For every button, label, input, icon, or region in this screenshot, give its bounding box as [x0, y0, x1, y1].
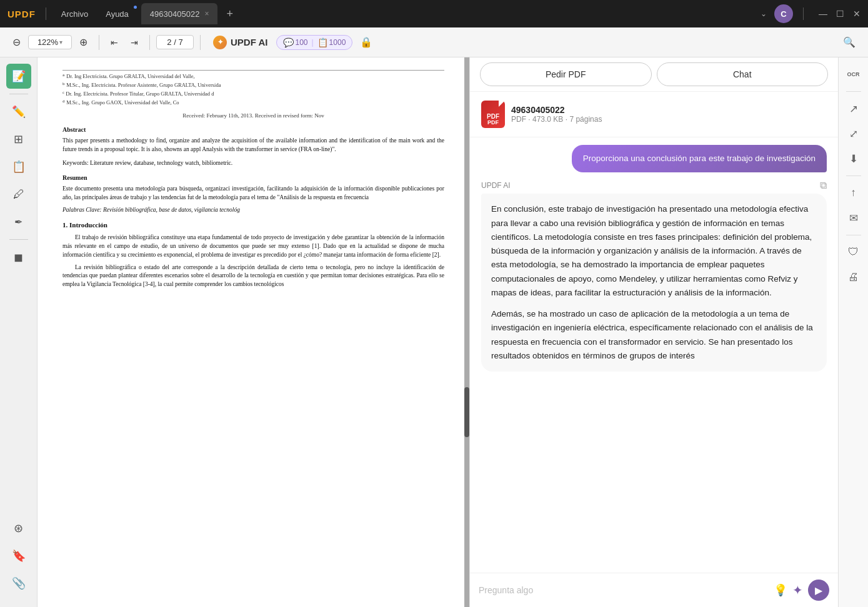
- tab-title: 49630405022: [150, 9, 200, 19]
- tab-document[interactable]: 49630405022 ×: [141, 3, 218, 24]
- pdf-palabras: Palabras Clave: Revisión bibliográfica, …: [62, 206, 444, 214]
- toolbar-separator-3: [200, 35, 201, 50]
- fit-width-button[interactable]: ⇤: [106, 34, 123, 51]
- token-pipe: |: [311, 38, 313, 47]
- tab-dropdown-btn[interactable]: ⌄: [761, 9, 767, 18]
- footnote-3: ᶜ Dr. Ing. Electricista. Profesor Titula…: [62, 91, 444, 98]
- pdf-received: Received: February 11th, 2013. Received …: [62, 112, 444, 120]
- pdf-scrollbar-thumb[interactable]: [464, 387, 469, 437]
- file-info-text: 49630405022 PDF · 473.0 KB · 7 páginas: [511, 105, 602, 124]
- ai-copy-button[interactable]: ⧉: [820, 180, 827, 191]
- pdf-content: ᵃ Dr. Ing Electricista. Grupo GRALTA, Un…: [37, 57, 469, 607]
- ai-input-area: 💡 ✦ ▶: [470, 573, 838, 607]
- file-type-label: PDF: [487, 113, 499, 120]
- email-icon: ✉: [849, 212, 858, 225]
- ai-message-block: UPDF AI ⧉ En conclusión, este trabajo de…: [481, 180, 827, 372]
- sidebar-icon-redact[interactable]: ◼: [6, 245, 31, 270]
- pdf-keywords: Keywords: Literature review, database, t…: [62, 159, 444, 167]
- minimize-button[interactable]: —: [819, 9, 827, 19]
- footnote-1: ᵃ Dr. Ing Electricista. Grupo GRALTA, Un…: [62, 73, 444, 81]
- pdf-intro-p2: La revisión bibliográfica o estado del a…: [62, 264, 444, 289]
- send-icon: ▶: [815, 585, 822, 596]
- pdf-page: ᵃ Dr. Ing Electricista. Grupo GRALTA, Un…: [37, 57, 469, 607]
- pdf-scrollbar[interactable]: [464, 57, 469, 607]
- rs-print-button[interactable]: 🖨: [843, 267, 864, 288]
- token-value-1: 100: [295, 38, 307, 47]
- sidebar-icon-layers[interactable]: ⊛: [6, 516, 31, 541]
- ai-tab-bar: Pedir PDF Chat: [470, 57, 838, 92]
- rs-email-button[interactable]: ✉: [843, 207, 864, 229]
- ai-lightbulb-button[interactable]: 💡: [774, 583, 787, 597]
- chat-tab[interactable]: Chat: [657, 62, 829, 86]
- menu-ayuda[interactable]: Ayuda: [101, 7, 134, 21]
- pdf-footnotes: ᵃ Dr. Ing Electricista. Grupo GRALTA, Un…: [62, 70, 444, 107]
- pdf-abstract-body: This paper presents a methodology to fin…: [62, 137, 444, 154]
- updf-ai-icon: ✦: [213, 36, 227, 49]
- ai-label-row: UPDF AI ⧉: [481, 180, 827, 191]
- close-button[interactable]: ✕: [853, 9, 861, 19]
- form-icon: 📋: [12, 160, 26, 174]
- ai-send-button[interactable]: ▶: [808, 580, 829, 601]
- lock-button[interactable]: 🔒: [355, 32, 377, 52]
- ai-chat-input[interactable]: [479, 581, 769, 599]
- rs-share-button[interactable]: ↑: [843, 182, 864, 204]
- file-pdf-icon: PDF: [481, 101, 505, 128]
- pdf-resumen-title: Resumen: [62, 174, 444, 182]
- sidebar-icon-sign[interactable]: ✒: [6, 209, 31, 234]
- sidebar-icon-stamp[interactable]: 🖊: [6, 182, 31, 207]
- sidebar-icon-annotate[interactable]: ✏️: [6, 99, 31, 124]
- maximize-button[interactable]: ☐: [836, 9, 844, 19]
- sidebar-icon-bookmark[interactable]: 🔖: [6, 543, 31, 568]
- ai-chat-area: Proporciona una conclusión para este tra…: [470, 137, 838, 573]
- window-controls: — ☐ ✕: [819, 9, 861, 19]
- user-avatar[interactable]: C: [774, 4, 793, 23]
- lock-icon: 🔒: [360, 36, 372, 48]
- redact-icon: ◼: [14, 250, 23, 264]
- sidebar-icon-attachment[interactable]: 📎: [6, 571, 31, 596]
- sidebar-icon-form[interactable]: 📋: [6, 154, 31, 179]
- zoom-in-icon: ⊕: [79, 36, 87, 48]
- palabras-label: Palabras Clave:: [62, 207, 102, 213]
- search-button[interactable]: 🔍: [838, 32, 861, 52]
- layout-icon: ⊞: [14, 132, 23, 146]
- zoom-in-button[interactable]: ⊕: [74, 32, 92, 52]
- rs-protect-button[interactable]: 🛡: [843, 242, 864, 263]
- rs-ocr-button[interactable]: OCR: [843, 64, 864, 85]
- toolbar-right: 🔍: [838, 32, 861, 52]
- titlebar: UPDF Archivo Ayuda 49630405022 × + ⌄ C —…: [0, 0, 868, 27]
- rs-sep-3: [846, 235, 861, 235]
- tab-add-button[interactable]: +: [221, 5, 238, 23]
- updf-ai-button[interactable]: ✦ UPDF AI: [207, 32, 274, 53]
- protect-icon: 🛡: [848, 246, 859, 259]
- token-value-2: 1000: [329, 38, 346, 47]
- sidebar-sep-1: [9, 94, 28, 94]
- ai-response-p2: Además, se ha mostrado un caso de aplica…: [491, 307, 817, 363]
- zoom-out-icon: ⊖: [12, 36, 21, 48]
- menu-archivo[interactable]: Archivo: [56, 7, 93, 21]
- zoom-out-button[interactable]: ⊖: [7, 32, 26, 52]
- app-logo: UPDF: [7, 9, 36, 19]
- user-message-bubble: Proporciona una conclusión para este tra…: [572, 145, 827, 172]
- sidebar-icon-edit[interactable]: 📝: [6, 64, 31, 89]
- zoom-dropdown-icon[interactable]: ▾: [59, 39, 62, 46]
- sidebar-icon-layout[interactable]: ⊞: [6, 127, 31, 152]
- ai-response-p1: En conclusión, este trabajo de investiga…: [491, 202, 817, 300]
- sidebar-sep-2: [9, 239, 28, 240]
- fit-page-button[interactable]: ⇥: [126, 34, 143, 51]
- right-sidebar: OCR ↗ ⤢ ⬇ ↑ ✉ 🛡 🖨: [838, 57, 868, 607]
- rs-extract-button[interactable]: ↗: [843, 98, 864, 119]
- main-content: 📝 ✏️ ⊞ 📋 🖊 ✒ ◼ ⊛ 🔖 📎: [0, 57, 868, 607]
- toolbar-separator-1: [99, 35, 99, 50]
- left-sidebar: 📝 ✏️ ⊞ 📋 🖊 ✒ ◼ ⊛ 🔖 📎: [0, 57, 37, 607]
- search-icon: 🔍: [843, 36, 856, 48]
- file-name: 49630405022: [511, 105, 602, 115]
- fit-page-icon: ⇥: [131, 37, 138, 47]
- pedir-pdf-tab[interactable]: Pedir PDF: [480, 62, 652, 86]
- ai-logo-button[interactable]: ✦: [792, 583, 803, 598]
- rs-convert-button[interactable]: ⤢: [843, 123, 864, 144]
- tab-close-btn[interactable]: ×: [204, 9, 209, 18]
- sidebar-bottom: ⊛ 🔖 📎: [6, 516, 31, 601]
- page-display: 2 / 7: [156, 35, 194, 49]
- rs-sep-1: [846, 91, 861, 92]
- rs-save-button[interactable]: ⬇: [843, 148, 864, 169]
